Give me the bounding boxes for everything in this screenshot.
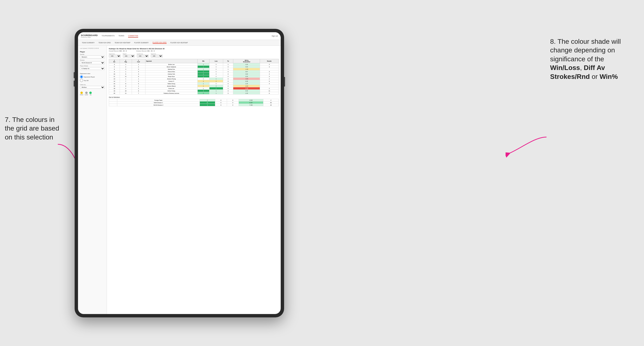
cell-rounds: [260, 85, 279, 87]
cell-tie: 0: [223, 78, 233, 80]
top100-radio[interactable]: Top 100: [80, 79, 105, 82]
cell-loss: 0: [209, 63, 223, 66]
opponent-filter-select[interactable]: (All): [151, 55, 163, 57]
region-filter: Region (All): [123, 53, 135, 57]
cell-tie: 0: [223, 85, 233, 87]
cell-tie: 0: [223, 80, 233, 82]
nav-right: Sign out: [272, 35, 278, 37]
cell-reg: 11: [120, 92, 132, 95]
colour-by-select[interactable]: Win/loss: [80, 86, 105, 89]
cell-conf: 3: [132, 68, 145, 70]
nav-committee[interactable]: COMMITTEE: [128, 34, 138, 37]
cell-div: 10: [109, 73, 120, 75]
col-header-opponent: Opponent: [145, 59, 198, 63]
cell-rounds: 9: [260, 80, 279, 82]
table-row: 9 1 4 Sharon Mun 1 0 0 3.67 3: [109, 70, 279, 73]
cell-win: 1: [198, 68, 209, 70]
cell-div: 14: [109, 80, 120, 82]
cell-div: 19: [109, 90, 120, 92]
cell-rounds: 3: [260, 66, 279, 68]
cell-win: 1: [198, 70, 209, 73]
cell-loss: 2: [209, 80, 223, 82]
sub-nav: TEAM SUMMARY TEAM H2H GRID TEAM H2H HEAT…: [78, 40, 281, 46]
volume-down-button[interactable]: [74, 81, 75, 87]
cell-opponent: Sydney Kuo: [145, 68, 198, 70]
cell-diff: 1.33: [233, 92, 260, 95]
cell-rounds: 2: [260, 87, 279, 90]
cell-conf: 1: [132, 85, 145, 87]
sub-nav-team-summary[interactable]: TEAM SUMMARY: [82, 42, 94, 43]
cell-reg: 1: [120, 63, 132, 66]
cell-loss: 0: [209, 66, 223, 68]
cell-rounds: [260, 68, 279, 70]
ood-table-row: Foreign Team 1 0 0 4.500 2: [109, 99, 279, 101]
cell-win: 1: [198, 63, 209, 66]
cell-conf: 5: [132, 82, 145, 85]
cell-tie: 0: [223, 66, 233, 68]
cell-div: 11: [109, 75, 120, 78]
legend-level-dot: [85, 92, 88, 94]
division-select[interactable]: NCAA Division III: [80, 61, 105, 64]
ood-cell-spacer: [109, 99, 117, 101]
nav-teams[interactable]: TEAMS: [118, 34, 124, 37]
conference-filter-select[interactable]: (All): [137, 55, 149, 57]
cell-conf: 2: [132, 87, 145, 90]
sidebar-timestamp: Last Updated: 27/03/2024 16:55:38: [80, 48, 105, 49]
ood-cell-diff: 4.500: [239, 99, 264, 101]
cell-diff: -0.94: [233, 85, 260, 87]
cell-opponent: Emily Chang: [145, 90, 198, 92]
cell-tie: 0: [223, 82, 233, 85]
sub-nav-player-h2h-grid[interactable]: PLAYER H2H GRID: [153, 42, 166, 44]
cell-div: 18: [109, 87, 120, 90]
ood-cell-rounds: 30: [263, 101, 278, 104]
opponent-view-radio-group: Opponents Played Top 100: [80, 75, 105, 82]
cell-rounds: 3: [260, 70, 279, 73]
opponents-filter-select[interactable]: (All): [109, 55, 121, 57]
cell-win: 2: [198, 80, 209, 82]
sub-nav-player-h2h-heatmap[interactable]: PLAYER H2H HEATMAP: [170, 42, 188, 43]
cell-conf: 2: [132, 66, 145, 68]
sub-nav-team-h2h-heatmap[interactable]: TEAM H2H HEATMAP: [114, 42, 130, 43]
cell-conf: 3: [132, 73, 145, 75]
cell-opponent: Eunice Yi: [145, 80, 198, 82]
cell-diff: 4.00: [233, 66, 260, 68]
power-button[interactable]: [284, 77, 285, 87]
cell-div: 5: [109, 66, 120, 68]
cell-opponent: Sharon Mun: [145, 70, 198, 73]
cell-reg: 3: [120, 68, 132, 70]
cell-diff: 1.25: [233, 82, 260, 85]
gender-select[interactable]: Women's: [80, 55, 105, 58]
cell-win: 4: [198, 90, 209, 92]
table-row: 6 3 3 Sydney Kuo 1 0 1 -1.00: [109, 68, 279, 70]
nav-sign-out[interactable]: Sign out: [272, 35, 278, 37]
legend-up-label: Up: [89, 94, 92, 95]
ood-cell-spacer: [109, 101, 117, 104]
table-row: 15 8 5 Stella Cheng 1 0 0 1.25 4: [109, 82, 279, 85]
ood-table-row: NCAA Division 2 5 0 0 7.400 10: [109, 104, 279, 106]
annotation-right: 8. The colour shade will change dependin…: [550, 37, 634, 81]
out-of-division-table: Foreign Team 1 0 0 4.500 2 NAIA Division…: [109, 99, 279, 106]
region-filter-select[interactable]: (All): [123, 55, 135, 57]
cell-conf: 1: [132, 63, 145, 66]
col-header-div: #Div: [109, 59, 120, 63]
cell-diff: 3.67: [233, 70, 260, 73]
cell-reg: 7: [120, 80, 132, 82]
cell-loss: 1: [209, 87, 223, 90]
cell-div: 13: [109, 78, 120, 80]
sidebar-player-title: Player: [80, 51, 105, 53]
ood-table-row: NAIA Division 1 15 0 0 9.267 30: [109, 101, 279, 104]
legend-down-label: Down: [80, 94, 83, 95]
cell-diff: 1.50: [233, 63, 260, 66]
colour-by-label: Colour by: [80, 84, 105, 85]
sub-nav-player-summary[interactable]: PLAYER SUMMARY: [134, 42, 149, 43]
col-header-win: Win: [198, 59, 209, 63]
player-rank-select[interactable]: 8. Katelyn Vo: [80, 67, 105, 70]
cell-win: 2: [198, 92, 209, 95]
opponents-played-radio[interactable]: Opponents Played: [80, 75, 105, 78]
volume-up-button[interactable]: [74, 72, 75, 78]
conference-filter: Conference (All): [137, 53, 149, 57]
sub-nav-team-h2h-grid[interactable]: TEAM H2H GRID: [98, 42, 111, 43]
cell-div: 9: [109, 70, 120, 73]
nav-tournaments[interactable]: TOURNAMENTS: [102, 34, 114, 37]
cell-reg: 1: [120, 70, 132, 73]
